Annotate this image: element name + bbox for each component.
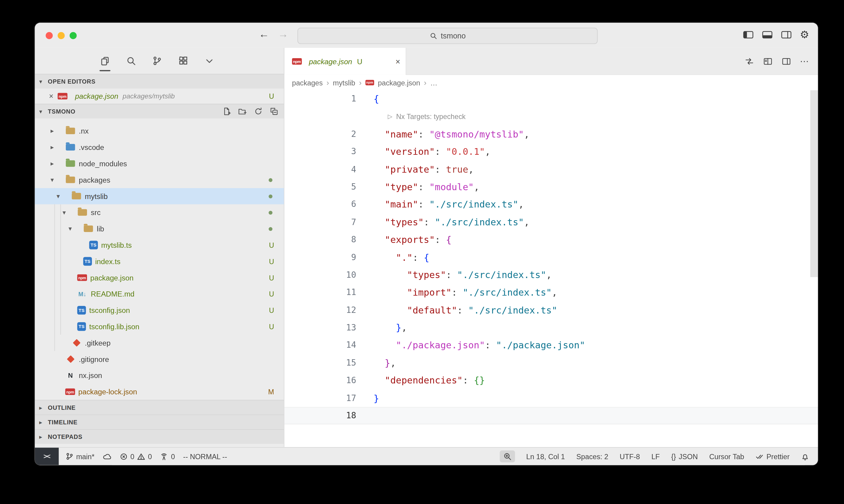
line-number[interactable]: 13 (285, 319, 356, 337)
problems-indicator[interactable]: 0 0 (119, 452, 152, 461)
tree-item-node_modules[interactable]: ▸node_modules (35, 156, 284, 172)
notifications-bell[interactable] (801, 452, 809, 461)
close-editor-icon[interactable]: × (49, 92, 57, 101)
extensions-view-icon[interactable] (177, 48, 189, 74)
toggle-sidebar-right-icon[interactable] (781, 30, 792, 39)
more-actions-icon[interactable]: ⋯ (800, 56, 809, 66)
breadcrumb-item-package-json[interactable]: package.json (378, 78, 420, 87)
code-line-11[interactable]: 11 "import": "./src/index.ts", (285, 284, 818, 301)
line-number[interactable]: 10 (285, 266, 356, 284)
eol-setting[interactable]: LF (652, 452, 660, 461)
code-line-13[interactable]: 13 }, (285, 319, 818, 337)
more-views-chevron-icon[interactable] (203, 48, 215, 74)
breadcrumb-item-packages[interactable]: packages (292, 78, 323, 87)
vertical-scrollbar[interactable] (810, 90, 818, 277)
explorer-view-icon[interactable] (99, 48, 111, 74)
code-line-1[interactable]: 1{ (285, 90, 818, 108)
code-line-7[interactable]: 7 "types": "./src/index.ts", (285, 213, 818, 231)
line-number[interactable]: 11 (285, 284, 356, 301)
cursor-tab-indicator[interactable]: Cursor Tab (709, 452, 744, 461)
tree-item-.gitignore[interactable]: .gitignore (35, 351, 284, 367)
line-number[interactable]: 17 (285, 390, 356, 407)
source-control-view-icon[interactable] (151, 48, 163, 74)
close-window-button[interactable] (46, 32, 53, 39)
refresh-icon[interactable] (254, 107, 263, 116)
maximize-window-button[interactable] (70, 32, 77, 39)
compare-changes-icon[interactable] (744, 56, 754, 66)
code-line-16[interactable]: 16 "dependencies": {} (285, 372, 818, 389)
line-number[interactable]: 3 (285, 143, 356, 161)
code-line-8[interactable]: 8 "exports": { (285, 231, 818, 249)
publish-changes-button[interactable] (103, 452, 111, 460)
tree-item-index.ts[interactable]: TSindex.tsU (35, 253, 284, 270)
back-button[interactable]: ← (259, 28, 269, 40)
encoding-setting[interactable]: UTF-8 (620, 452, 640, 461)
code-line-10[interactable]: 10 "types": "./src/index.ts", (285, 266, 818, 284)
code-line-3[interactable]: 3 "version": "0.0.1", (285, 143, 818, 161)
zoom-indicator[interactable] (500, 450, 515, 462)
new-folder-icon[interactable] (238, 107, 247, 116)
timeline-section-header[interactable]: ▸ TIMELINE (35, 415, 284, 429)
code-line-15[interactable]: 15 }, (285, 354, 818, 372)
code-line-17[interactable]: 17} (285, 390, 818, 407)
toggle-sidebar-left-icon[interactable] (743, 30, 754, 39)
code-editor[interactable]: 1{▷Nx Targets: typecheck2 "name": "@tsmo… (285, 90, 818, 447)
tree-item-tsconfig.json[interactable]: TStsconfig.jsonU (35, 302, 284, 318)
code-line-14[interactable]: 14 "./package.json": "./package.json" (285, 337, 818, 354)
line-number[interactable]: 6 (285, 196, 356, 213)
search-view-icon[interactable] (125, 48, 137, 74)
tree-item-packages[interactable]: ▾packages (35, 172, 284, 188)
tree-item-README.md[interactable]: M↓README.mdU (35, 286, 284, 302)
open-editor-item[interactable]: × npm package.json packages/mytslib U (35, 88, 284, 104)
line-number[interactable]: 4 (285, 161, 356, 178)
breadcrumb-item-more[interactable]: … (430, 78, 437, 87)
tab-package-json[interactable]: npm package.json U × (285, 48, 406, 75)
branch-indicator[interactable]: main* (65, 452, 94, 461)
ports-indicator[interactable]: 0 (160, 452, 175, 461)
collapse-all-icon[interactable] (270, 107, 279, 116)
toggle-panel-icon[interactable] (762, 30, 773, 39)
cursor-position[interactable]: Ln 18, Col 1 (526, 452, 565, 461)
code-line-5[interactable]: 5 "type": "module", (285, 178, 818, 196)
tree-item-src[interactable]: ▾src (35, 204, 284, 220)
language-mode[interactable]: {} JSON (671, 452, 698, 461)
line-number[interactable]: 8 (285, 231, 356, 249)
tree-item-mytslib.ts[interactable]: TSmytslib.tsU (35, 237, 284, 253)
tree-item-.vscode[interactable]: ▸.vscode (35, 139, 284, 156)
open-editors-header[interactable]: ▾ OPEN EDITORS (35, 74, 284, 88)
code-line-6[interactable]: 6 "main": "./src/index.ts", (285, 196, 818, 213)
remote-indicator[interactable]: >< (35, 448, 59, 465)
line-number[interactable]: 7 (285, 213, 356, 231)
line-number[interactable]: 2 (285, 125, 356, 143)
tree-item-lib[interactable]: ▾lib (35, 220, 284, 237)
indentation-setting[interactable]: Spaces: 2 (576, 452, 608, 461)
line-number[interactable]: 14 (285, 337, 356, 354)
tree-item-nx.json[interactable]: Nnx.json (35, 367, 284, 384)
open-preview-icon[interactable] (763, 56, 773, 66)
new-file-icon[interactable] (223, 107, 231, 116)
minimize-window-button[interactable] (57, 32, 65, 39)
breadcrumb-item-mytslib[interactable]: mytslib (333, 78, 355, 87)
code-line-2[interactable]: 2 "name": "@tsmono/mytslib", (285, 125, 818, 143)
notepads-section-header[interactable]: ▸ NOTEPADS (35, 429, 284, 444)
line-number[interactable]: 18 (285, 407, 356, 425)
code-line-18[interactable]: 18 (285, 407, 818, 425)
vim-mode-indicator[interactable]: -- NORMAL -- (183, 452, 227, 461)
line-number[interactable]: 15 (285, 354, 356, 372)
line-number[interactable]: 1 (285, 90, 356, 108)
line-number[interactable]: 9 (285, 249, 356, 266)
split-editor-icon[interactable] (781, 56, 791, 66)
code-line-12[interactable]: 12 "default": "./src/index.ts" (285, 301, 818, 319)
line-number[interactable]: 16 (285, 372, 356, 389)
tree-item-.nx[interactable]: ▸.nx (35, 123, 284, 139)
tree-item-package.json[interactable]: npmpackage.jsonU (35, 270, 284, 286)
codelens-nx-targets[interactable]: ▷Nx Targets: typecheck (285, 108, 818, 125)
tree-item-tsconfig.lib.json[interactable]: TStsconfig.lib.jsonU (35, 318, 284, 335)
line-number[interactable]: 12 (285, 301, 356, 319)
code-line-4[interactable]: 4 "private": true, (285, 161, 818, 178)
forward-button[interactable]: → (278, 28, 288, 40)
settings-gear-icon[interactable]: ⚙ (800, 30, 809, 40)
code-line-9[interactable]: 9 ".": { (285, 249, 818, 266)
command-center-search[interactable]: tsmono (297, 28, 598, 44)
explorer-project-header[interactable]: ▾ TSMONO (35, 104, 284, 119)
